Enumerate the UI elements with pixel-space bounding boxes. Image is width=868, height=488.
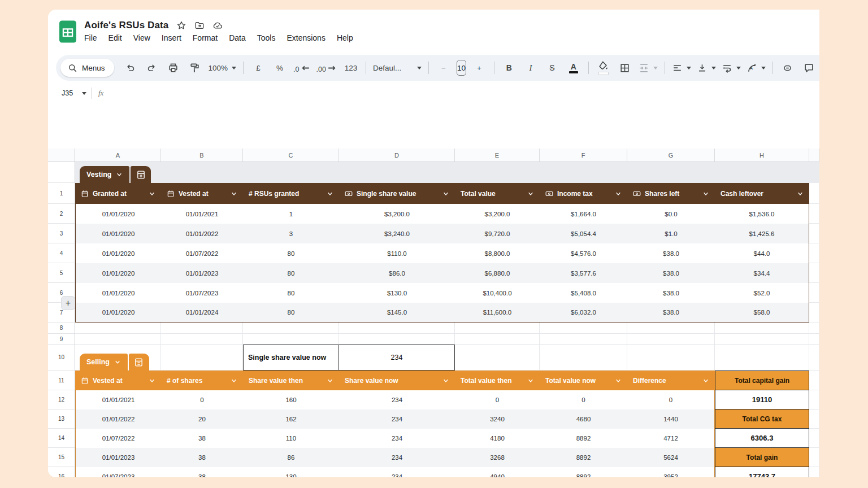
column-header-partial[interactable]: [809, 149, 819, 162]
chevron-down-icon[interactable]: [327, 190, 333, 197]
cell[interactable]: 01/01/2023: [75, 448, 161, 467]
cell[interactable]: [809, 467, 819, 477]
cell[interactable]: $145.0: [339, 303, 455, 323]
selling-header-share-value-now[interactable]: Share value now: [339, 371, 455, 390]
cell[interactable]: [339, 334, 455, 345]
borders-button[interactable]: [614, 59, 636, 76]
row-header-16[interactable]: 16: [48, 467, 75, 477]
column-header-F[interactable]: F: [540, 149, 627, 162]
cell[interactable]: $52.0: [715, 283, 809, 303]
select-all-corner[interactable]: [48, 149, 75, 162]
cell[interactable]: 01/07/2022: [75, 429, 161, 448]
decrease-font-size-button[interactable]: −: [433, 59, 454, 76]
cell[interactable]: [540, 323, 627, 334]
cell[interactable]: [809, 204, 819, 224]
cell[interactable]: 80: [243, 243, 339, 263]
cell[interactable]: $1,536.0: [715, 204, 809, 224]
cell[interactable]: 1: [243, 204, 339, 224]
column-header-B[interactable]: B: [161, 149, 243, 162]
insert-comment-button[interactable]: [798, 59, 819, 76]
move-folder-icon[interactable]: [194, 20, 205, 30]
cell[interactable]: 234: [339, 409, 455, 429]
cell[interactable]: 110: [243, 429, 339, 448]
cell[interactable]: [455, 323, 540, 334]
chevron-down-icon[interactable]: [615, 190, 622, 197]
cell[interactable]: $1.0: [627, 224, 715, 243]
summary-total-gain-header[interactable]: Total gain: [715, 448, 809, 467]
cell[interactable]: 0: [455, 390, 540, 409]
cell[interactable]: 01/01/2020: [75, 283, 161, 303]
cell[interactable]: $4,576.0: [540, 243, 627, 263]
chevron-down-icon[interactable]: [149, 190, 155, 197]
print-button[interactable]: [163, 59, 184, 76]
cell[interactable]: $38.0: [627, 283, 715, 303]
cell[interactable]: 01/01/2021: [75, 390, 161, 409]
cell[interactable]: [75, 323, 161, 334]
cell[interactable]: 80: [243, 263, 339, 283]
cell[interactable]: [455, 334, 540, 345]
row-header-1[interactable]: 1: [48, 183, 75, 204]
cell[interactable]: $3,200.0: [339, 204, 455, 224]
vesting-header-single-share-value[interactable]: Single share value: [339, 183, 455, 204]
merge-cells-button[interactable]: [636, 59, 661, 76]
menu-view[interactable]: View: [129, 32, 155, 43]
cell[interactable]: [540, 345, 627, 371]
row-header-9[interactable]: 9: [48, 334, 75, 345]
cell[interactable]: 234: [339, 467, 455, 477]
vertical-align-button[interactable]: [694, 59, 719, 76]
vesting-header-vested-at[interactable]: Vested at: [161, 183, 243, 204]
number-format-button[interactable]: 123: [340, 59, 362, 76]
share-value-now-value-cell[interactable]: 234: [339, 345, 455, 371]
font-select[interactable]: Defaul...: [370, 59, 424, 76]
selling-header-share-value-then[interactable]: Share value then: [243, 371, 339, 390]
cell[interactable]: 234: [339, 390, 455, 409]
chevron-down-icon[interactable]: [231, 190, 237, 197]
cell[interactable]: [243, 334, 339, 345]
cell[interactable]: 3240: [455, 409, 540, 429]
menus-search-button[interactable]: Menus: [60, 59, 114, 77]
italic-button[interactable]: I: [520, 59, 541, 76]
cell[interactable]: [809, 183, 819, 204]
cell[interactable]: 8892: [540, 429, 627, 448]
cell[interactable]: 160: [243, 390, 339, 409]
name-box[interactable]: J35: [62, 89, 98, 97]
cell[interactable]: [715, 323, 809, 334]
cell[interactable]: 4180: [455, 429, 540, 448]
chevron-down-icon[interactable]: [527, 377, 534, 384]
chevron-down-icon[interactable]: [114, 359, 121, 365]
fill-color-button[interactable]: [593, 59, 614, 76]
cell[interactable]: 3952: [627, 467, 715, 477]
cell[interactable]: 01/07/2023: [75, 467, 161, 477]
cell[interactable]: 01/01/2024: [161, 303, 243, 323]
cell[interactable]: $38.0: [627, 243, 715, 263]
cell[interactable]: 01/01/2020: [75, 224, 161, 243]
text-color-button[interactable]: A: [563, 59, 584, 76]
cell[interactable]: [809, 334, 819, 345]
cell[interactable]: [809, 345, 819, 371]
cell[interactable]: 0: [161, 390, 243, 409]
vesting-header-income-tax[interactable]: Income tax: [540, 183, 627, 204]
paint-format-button[interactable]: [184, 59, 206, 76]
insert-rows-button[interactable]: +: [61, 296, 75, 310]
document-title[interactable]: Aoife's RSUs Data: [84, 20, 168, 31]
cell[interactable]: [339, 323, 455, 334]
cell[interactable]: $11,600.0: [455, 303, 540, 323]
cell[interactable]: [75, 334, 161, 345]
chevron-down-icon[interactable]: [442, 190, 449, 197]
selling-table-chip[interactable]: Selling: [80, 354, 149, 371]
cell[interactable]: [243, 323, 339, 334]
chevron-down-icon[interactable]: [116, 171, 123, 178]
chevron-down-icon[interactable]: [615, 377, 622, 384]
selling-header-total-value-then[interactable]: Total value then: [455, 371, 540, 390]
cell[interactable]: [809, 263, 819, 283]
currency-format-button[interactable]: £: [248, 59, 269, 76]
vesting-header-granted-at[interactable]: Granted at: [75, 183, 161, 204]
text-rotation-button[interactable]: [744, 59, 769, 76]
vesting-header-cash-leftover[interactable]: Cash leftover: [715, 183, 809, 204]
cell[interactable]: 38: [161, 467, 243, 477]
cell[interactable]: 01/01/2022: [75, 409, 161, 429]
cell[interactable]: $58.0: [715, 303, 809, 323]
cell[interactable]: 5624: [627, 448, 715, 467]
row-header-11[interactable]: 11: [48, 371, 75, 390]
cell[interactable]: $38.0: [627, 303, 715, 323]
